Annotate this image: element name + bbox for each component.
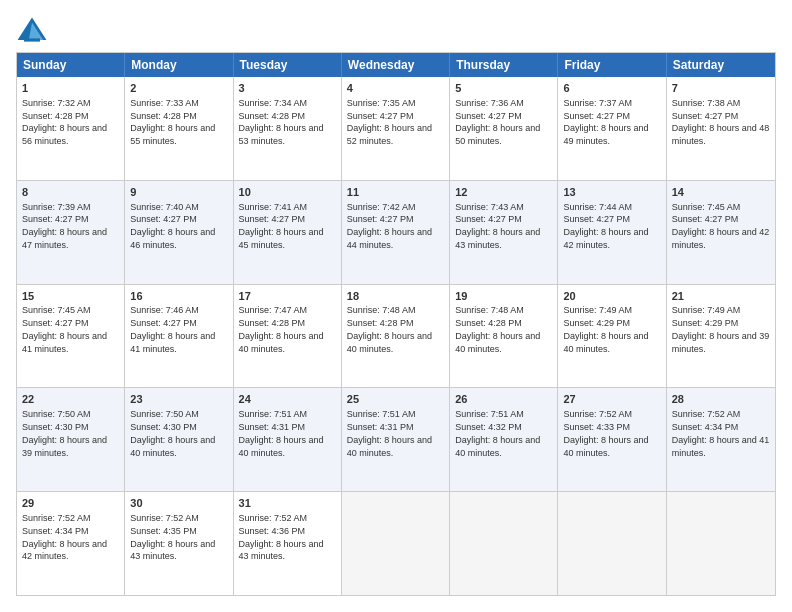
cal-cell: 27Sunrise: 7:52 AMSunset: 4:33 PMDayligh… — [558, 388, 666, 491]
day-number: 13 — [563, 185, 660, 200]
week-row-1: 1Sunrise: 7:32 AMSunset: 4:28 PMDaylight… — [17, 77, 775, 180]
cal-cell: 21Sunrise: 7:49 AMSunset: 4:29 PMDayligh… — [667, 285, 775, 388]
cal-cell: 30Sunrise: 7:52 AMSunset: 4:35 PMDayligh… — [125, 492, 233, 595]
day-number: 27 — [563, 392, 660, 407]
sunrise-info: Sunrise: 7:48 AMSunset: 4:28 PMDaylight:… — [455, 305, 540, 353]
sunrise-info: Sunrise: 7:40 AMSunset: 4:27 PMDaylight:… — [130, 202, 215, 250]
cal-cell: 2Sunrise: 7:33 AMSunset: 4:28 PMDaylight… — [125, 77, 233, 180]
cal-cell: 24Sunrise: 7:51 AMSunset: 4:31 PMDayligh… — [234, 388, 342, 491]
page: Sunday Monday Tuesday Wednesday Thursday… — [0, 0, 792, 612]
cal-cell: 9Sunrise: 7:40 AMSunset: 4:27 PMDaylight… — [125, 181, 233, 284]
cal-cell: 6Sunrise: 7:37 AMSunset: 4:27 PMDaylight… — [558, 77, 666, 180]
day-number: 17 — [239, 289, 336, 304]
cal-cell: 28Sunrise: 7:52 AMSunset: 4:34 PMDayligh… — [667, 388, 775, 491]
col-wednesday: Wednesday — [342, 53, 450, 77]
sunrise-info: Sunrise: 7:35 AMSunset: 4:27 PMDaylight:… — [347, 98, 432, 146]
sunrise-info: Sunrise: 7:47 AMSunset: 4:28 PMDaylight:… — [239, 305, 324, 353]
day-number: 11 — [347, 185, 444, 200]
sunrise-info: Sunrise: 7:52 AMSunset: 4:36 PMDaylight:… — [239, 513, 324, 561]
day-number: 10 — [239, 185, 336, 200]
day-number: 12 — [455, 185, 552, 200]
cal-cell: 1Sunrise: 7:32 AMSunset: 4:28 PMDaylight… — [17, 77, 125, 180]
cal-cell — [558, 492, 666, 595]
col-saturday: Saturday — [667, 53, 775, 77]
col-tuesday: Tuesday — [234, 53, 342, 77]
cal-cell: 26Sunrise: 7:51 AMSunset: 4:32 PMDayligh… — [450, 388, 558, 491]
day-number: 31 — [239, 496, 336, 511]
cal-cell: 29Sunrise: 7:52 AMSunset: 4:34 PMDayligh… — [17, 492, 125, 595]
sunrise-info: Sunrise: 7:39 AMSunset: 4:27 PMDaylight:… — [22, 202, 107, 250]
col-friday: Friday — [558, 53, 666, 77]
logo-icon — [16, 16, 48, 44]
sunrise-info: Sunrise: 7:49 AMSunset: 4:29 PMDaylight:… — [672, 305, 770, 353]
day-number: 15 — [22, 289, 119, 304]
sunrise-info: Sunrise: 7:52 AMSunset: 4:34 PMDaylight:… — [22, 513, 107, 561]
day-number: 18 — [347, 289, 444, 304]
cal-cell: 15Sunrise: 7:45 AMSunset: 4:27 PMDayligh… — [17, 285, 125, 388]
calendar-body: 1Sunrise: 7:32 AMSunset: 4:28 PMDaylight… — [17, 77, 775, 595]
sunrise-info: Sunrise: 7:49 AMSunset: 4:29 PMDaylight:… — [563, 305, 648, 353]
sunrise-info: Sunrise: 7:42 AMSunset: 4:27 PMDaylight:… — [347, 202, 432, 250]
cal-cell — [667, 492, 775, 595]
cal-cell: 4Sunrise: 7:35 AMSunset: 4:27 PMDaylight… — [342, 77, 450, 180]
sunrise-info: Sunrise: 7:37 AMSunset: 4:27 PMDaylight:… — [563, 98, 648, 146]
week-row-4: 22Sunrise: 7:50 AMSunset: 4:30 PMDayligh… — [17, 387, 775, 491]
day-number: 24 — [239, 392, 336, 407]
day-number: 20 — [563, 289, 660, 304]
cal-cell: 14Sunrise: 7:45 AMSunset: 4:27 PMDayligh… — [667, 181, 775, 284]
cal-cell: 31Sunrise: 7:52 AMSunset: 4:36 PMDayligh… — [234, 492, 342, 595]
sunrise-info: Sunrise: 7:33 AMSunset: 4:28 PMDaylight:… — [130, 98, 215, 146]
cal-cell: 12Sunrise: 7:43 AMSunset: 4:27 PMDayligh… — [450, 181, 558, 284]
cal-cell: 20Sunrise: 7:49 AMSunset: 4:29 PMDayligh… — [558, 285, 666, 388]
day-number: 14 — [672, 185, 770, 200]
week-row-3: 15Sunrise: 7:45 AMSunset: 4:27 PMDayligh… — [17, 284, 775, 388]
cal-cell — [450, 492, 558, 595]
cal-cell: 8Sunrise: 7:39 AMSunset: 4:27 PMDaylight… — [17, 181, 125, 284]
cal-cell: 18Sunrise: 7:48 AMSunset: 4:28 PMDayligh… — [342, 285, 450, 388]
day-number: 1 — [22, 81, 119, 96]
sunrise-info: Sunrise: 7:52 AMSunset: 4:35 PMDaylight:… — [130, 513, 215, 561]
col-sunday: Sunday — [17, 53, 125, 77]
col-thursday: Thursday — [450, 53, 558, 77]
cal-cell: 10Sunrise: 7:41 AMSunset: 4:27 PMDayligh… — [234, 181, 342, 284]
sunrise-info: Sunrise: 7:41 AMSunset: 4:27 PMDaylight:… — [239, 202, 324, 250]
week-row-5: 29Sunrise: 7:52 AMSunset: 4:34 PMDayligh… — [17, 491, 775, 595]
day-number: 16 — [130, 289, 227, 304]
cal-cell: 13Sunrise: 7:44 AMSunset: 4:27 PMDayligh… — [558, 181, 666, 284]
sunrise-info: Sunrise: 7:44 AMSunset: 4:27 PMDaylight:… — [563, 202, 648, 250]
cal-cell: 3Sunrise: 7:34 AMSunset: 4:28 PMDaylight… — [234, 77, 342, 180]
day-number: 25 — [347, 392, 444, 407]
day-number: 8 — [22, 185, 119, 200]
calendar-header: Sunday Monday Tuesday Wednesday Thursday… — [17, 53, 775, 77]
cal-cell: 23Sunrise: 7:50 AMSunset: 4:30 PMDayligh… — [125, 388, 233, 491]
day-number: 29 — [22, 496, 119, 511]
sunrise-info: Sunrise: 7:38 AMSunset: 4:27 PMDaylight:… — [672, 98, 770, 146]
day-number: 7 — [672, 81, 770, 96]
cal-cell: 17Sunrise: 7:47 AMSunset: 4:28 PMDayligh… — [234, 285, 342, 388]
cal-cell: 5Sunrise: 7:36 AMSunset: 4:27 PMDaylight… — [450, 77, 558, 180]
sunrise-info: Sunrise: 7:51 AMSunset: 4:32 PMDaylight:… — [455, 409, 540, 457]
sunrise-info: Sunrise: 7:52 AMSunset: 4:34 PMDaylight:… — [672, 409, 770, 457]
day-number: 9 — [130, 185, 227, 200]
sunrise-info: Sunrise: 7:50 AMSunset: 4:30 PMDaylight:… — [22, 409, 107, 457]
sunrise-info: Sunrise: 7:51 AMSunset: 4:31 PMDaylight:… — [239, 409, 324, 457]
sunrise-info: Sunrise: 7:48 AMSunset: 4:28 PMDaylight:… — [347, 305, 432, 353]
sunrise-info: Sunrise: 7:45 AMSunset: 4:27 PMDaylight:… — [22, 305, 107, 353]
sunrise-info: Sunrise: 7:32 AMSunset: 4:28 PMDaylight:… — [22, 98, 107, 146]
svg-rect-2 — [24, 38, 40, 41]
cal-cell: 11Sunrise: 7:42 AMSunset: 4:27 PMDayligh… — [342, 181, 450, 284]
day-number: 4 — [347, 81, 444, 96]
cal-cell: 16Sunrise: 7:46 AMSunset: 4:27 PMDayligh… — [125, 285, 233, 388]
sunrise-info: Sunrise: 7:34 AMSunset: 4:28 PMDaylight:… — [239, 98, 324, 146]
day-number: 30 — [130, 496, 227, 511]
day-number: 3 — [239, 81, 336, 96]
sunrise-info: Sunrise: 7:46 AMSunset: 4:27 PMDaylight:… — [130, 305, 215, 353]
sunrise-info: Sunrise: 7:36 AMSunset: 4:27 PMDaylight:… — [455, 98, 540, 146]
cal-cell: 19Sunrise: 7:48 AMSunset: 4:28 PMDayligh… — [450, 285, 558, 388]
week-row-2: 8Sunrise: 7:39 AMSunset: 4:27 PMDaylight… — [17, 180, 775, 284]
sunrise-info: Sunrise: 7:45 AMSunset: 4:27 PMDaylight:… — [672, 202, 770, 250]
col-monday: Monday — [125, 53, 233, 77]
calendar: Sunday Monday Tuesday Wednesday Thursday… — [16, 52, 776, 596]
cal-cell: 7Sunrise: 7:38 AMSunset: 4:27 PMDaylight… — [667, 77, 775, 180]
sunrise-info: Sunrise: 7:50 AMSunset: 4:30 PMDaylight:… — [130, 409, 215, 457]
